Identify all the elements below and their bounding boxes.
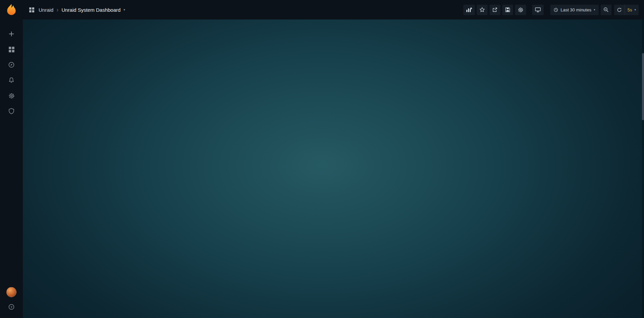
bell-icon — [8, 77, 15, 84]
sidebar-item-configuration[interactable] — [4, 88, 19, 103]
refresh-button[interactable] — [614, 5, 625, 15]
monitor-icon — [535, 7, 541, 12]
time-range-label: Last 30 minutes — [560, 7, 591, 12]
star-button[interactable] — [477, 5, 488, 15]
grafana-logo[interactable] — [5, 3, 17, 17]
dashboards-icon[interactable] — [29, 7, 35, 13]
breadcrumb-app[interactable]: Unraid — [39, 7, 53, 13]
chevron-down-icon[interactable]: ▾ — [124, 8, 125, 11]
grafana-flame-icon — [5, 3, 17, 16]
sidebar-bottom: ? — [4, 287, 19, 315]
gear-icon — [518, 7, 523, 13]
scrollbar-thumb[interactable] — [642, 53, 644, 120]
sidebar-item-server-admin[interactable] — [4, 103, 19, 119]
dashboard: kWh Price 0.65▾ Currency kr▾ UPS Max Out… — [23, 19, 31, 24]
add-panel-button[interactable] — [463, 5, 475, 15]
breadcrumb: Unraid › Unraid System Dashboard ▾ — [39, 7, 125, 13]
save-icon — [505, 7, 510, 12]
clock-icon — [554, 8, 558, 12]
tv-mode-button[interactable] — [532, 5, 544, 15]
refresh-interval-button[interactable]: 5s ▾ — [625, 5, 639, 15]
chevron-right-icon: › — [56, 7, 58, 13]
share-button[interactable] — [490, 5, 500, 15]
gear-icon — [8, 93, 15, 99]
page-scrollbar — [642, 19, 644, 318]
add-panel-icon — [466, 7, 472, 12]
chevron-down-icon: ▾ — [594, 8, 595, 11]
refresh-icon — [617, 7, 622, 12]
compass-icon — [8, 61, 15, 68]
chevron-down-icon: ▾ — [634, 8, 636, 11]
sidebar-item-create[interactable] — [4, 26, 19, 42]
grid-icon — [8, 46, 15, 53]
help-icon: ? — [8, 304, 15, 310]
navbar-right: Last 30 minutes ▾ 5s ▾ — [463, 5, 639, 15]
plus-icon — [8, 31, 15, 37]
grafana-app: ? Unraid › Unraid System Dashboard ▾ — [0, 0, 644, 318]
sidebar-item-help[interactable]: ? — [4, 301, 19, 313]
refresh-interval-label: 5s — [628, 7, 632, 12]
shield-icon — [8, 108, 15, 115]
svg-text:?: ? — [10, 306, 12, 309]
navbar: Unraid › Unraid System Dashboard ▾ — [23, 0, 644, 19]
sidebar-item-dashboards[interactable] — [4, 42, 19, 57]
sidebar: ? — [0, 0, 23, 318]
navbar-left: Unraid › Unraid System Dashboard ▾ — [29, 7, 125, 13]
zoom-out-button[interactable] — [601, 5, 611, 15]
refresh-picker: 5s ▾ — [614, 5, 639, 15]
star-icon — [479, 7, 485, 12]
zoom-out-icon — [603, 7, 609, 12]
sidebar-item-alerting[interactable] — [4, 73, 19, 88]
user-avatar[interactable] — [6, 287, 16, 297]
time-picker-button[interactable]: Last 30 minutes ▾ — [550, 5, 598, 15]
share-icon — [492, 7, 498, 12]
breadcrumb-dashboard[interactable]: Unraid System Dashboard — [61, 7, 121, 13]
sidebar-item-explore[interactable] — [4, 57, 19, 73]
sidebar-menu — [4, 26, 19, 119]
main-area: Unraid › Unraid System Dashboard ▾ — [23, 0, 644, 318]
save-button[interactable] — [502, 5, 513, 15]
settings-button[interactable] — [515, 5, 526, 15]
